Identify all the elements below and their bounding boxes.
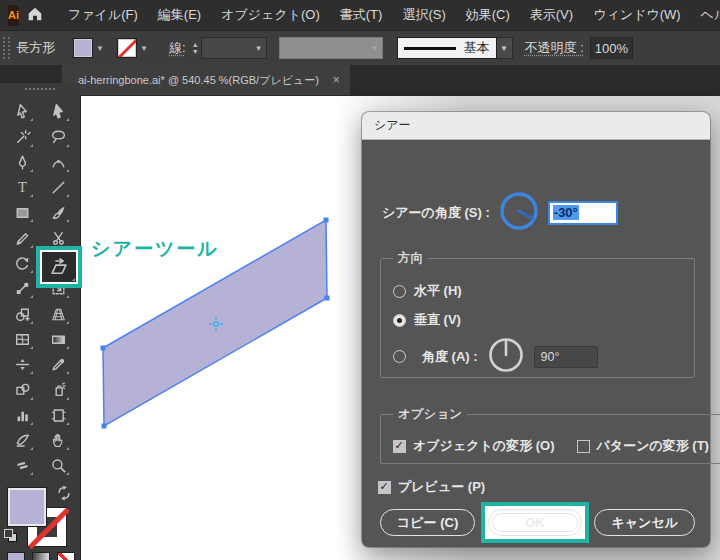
stroke-style-dropdown[interactable]: 基本 [397,37,497,59]
stroke-color-swatch[interactable] [117,38,137,58]
home-button[interactable] [26,0,44,30]
direct-selection-tool-icon [50,103,67,120]
menu-item[interactable]: ファイル(F) [58,6,148,24]
menu-item[interactable]: ウィンドウ(W) [583,6,690,24]
default-fill-stroke-icon[interactable] [4,529,18,543]
stroke-weight-stepper[interactable]: ▲▼ [192,41,199,55]
opacity-label[interactable]: 不透明度 : [525,39,584,57]
brush-definition-dropdown[interactable]: ▾ [279,37,383,59]
tab-close-icon[interactable]: × [333,73,340,87]
preview-row[interactable]: プレビュー (P) [378,478,485,496]
stroke-style-arrow-button[interactable]: ▾ [497,37,513,59]
rectangle-tool[interactable] [9,200,35,225]
document-tab[interactable]: ai-herringbone.ai* @ 540.45 %(RGB/プレビュー)… [62,65,350,95]
zoom-tool-icon [50,457,67,474]
type-tool[interactable]: T [9,175,35,200]
graph-tool[interactable] [9,403,35,428]
options-group: オプション オブジェクトの変形 (O) パターンの変形 (T) [380,406,720,464]
direction-angle-dial[interactable] [486,335,526,378]
transform-pattern-row[interactable]: パターンの変形 (T) [577,437,709,455]
copy-button[interactable]: コピー (C) [380,509,475,536]
vertical-radio[interactable] [393,314,406,327]
fill-proxy-swatch[interactable] [7,487,47,527]
selected-object-label: 長方形 [16,39,55,57]
zoom-tool[interactable] [45,453,71,478]
lasso-tool[interactable] [45,124,71,149]
dialog-title[interactable]: シアー [362,112,710,140]
curvature-tool[interactable] [45,150,71,175]
angle-radio-row[interactable]: 角度 (A) : 90° [393,335,682,378]
menu-item[interactable]: 表示(V) [520,6,583,24]
shear-angle-dial[interactable] [498,190,540,235]
angle-label: 角度 (A) : [422,348,478,366]
transform-object-checkbox[interactable] [393,440,406,453]
cancel-button[interactable]: キャンセル [594,509,695,536]
panel-grip-icon[interactable] [3,37,10,59]
angle-radio[interactable] [393,350,406,363]
color-button[interactable] [7,552,25,560]
menu-item[interactable]: 書式(T) [330,6,393,24]
symbol-sprayer-tool[interactable] [45,377,71,402]
vertical-label: 垂直 (V) [414,311,461,329]
width-tool-icon [14,356,31,373]
toolbar-grip-icon[interactable] [24,87,56,91]
options-legend: オプション [393,406,467,423]
menu-item[interactable]: 編集(E) [148,6,211,24]
shear-tool-highlight-box[interactable] [36,246,82,288]
stroke-dropdown-arrow-icon[interactable]: ▾ [137,38,151,58]
none-button[interactable] [57,552,75,560]
direct-selection-tool[interactable] [45,99,71,124]
vertical-radio-row[interactable]: 垂直 (V) [393,311,682,329]
selection-tool[interactable] [9,99,35,124]
scale-tool[interactable] [9,276,35,301]
blend-tool[interactable] [9,453,35,478]
fill-dropdown-arrow-icon[interactable]: ▾ [93,38,107,58]
horizontal-radio[interactable] [393,285,406,298]
stroke-weight-label[interactable]: 線: [169,39,186,57]
control-bar: 長方形 ▾ ▾ 線: ▲▼ ▾ ▾ 基本 ▾ 不透明度 : 100% [0,30,720,65]
menu-item[interactable]: ヘル [691,6,720,24]
width-tool[interactable] [9,352,35,377]
magic-wand-tool[interactable] [9,124,35,149]
horizontal-label: 水平 (H) [414,282,462,300]
shaper-tool[interactable] [9,225,35,250]
swap-fill-stroke-icon[interactable] [56,485,72,505]
graph-tool-icon [14,407,31,424]
transform-object-row[interactable]: オブジェクトの変形 (O) [393,437,555,455]
gradient-tool[interactable] [45,327,71,352]
menu-item[interactable]: オブジェクト(O) [211,6,330,24]
selection-tool-icon [14,103,31,120]
hand-tool[interactable] [45,428,71,453]
home-icon [26,5,44,26]
rotate-tool[interactable] [9,251,35,276]
menu-item[interactable]: 選択(S) [392,6,455,24]
shape-builder-tool[interactable] [9,301,35,326]
scale-tool-icon [14,280,31,297]
slice-tool[interactable] [9,428,35,453]
perspective-grid-tool[interactable] [45,301,71,326]
preview-checkbox[interactable] [378,481,391,494]
shape-builder-tool-icon [14,306,31,323]
eyedropper-tool[interactable] [45,352,71,377]
transform-pattern-checkbox[interactable] [577,440,590,453]
pen-tool[interactable] [9,150,35,175]
shear-angle-input[interactable]: -30° [548,201,618,225]
lasso-tool-icon [50,128,67,145]
magic-wand-tool-icon [14,128,31,145]
line-segment-tool[interactable] [45,175,71,200]
fill-color-swatch[interactable] [73,38,93,58]
horizontal-radio-row[interactable]: 水平 (H) [393,282,682,300]
mesh-tool[interactable] [9,327,35,352]
document-title: ai-herringbone.ai* @ 540.45 %(RGB/プレビュー) [78,73,319,88]
artboard-tool[interactable] [45,403,71,428]
paintbrush-tool[interactable] [45,200,71,225]
stroke-weight-dropdown[interactable]: ▾ [201,37,267,59]
menu-item[interactable]: 効果(C) [456,6,520,24]
direction-angle-input[interactable]: 90° [534,346,598,368]
symbols-tool[interactable] [9,377,35,402]
gradient-button[interactable] [32,552,50,560]
line-segment-tool-icon [50,179,67,196]
svg-text:T: T [18,179,27,195]
ok-button[interactable]: OK [488,509,582,536]
opacity-input[interactable]: 100% [590,37,633,59]
